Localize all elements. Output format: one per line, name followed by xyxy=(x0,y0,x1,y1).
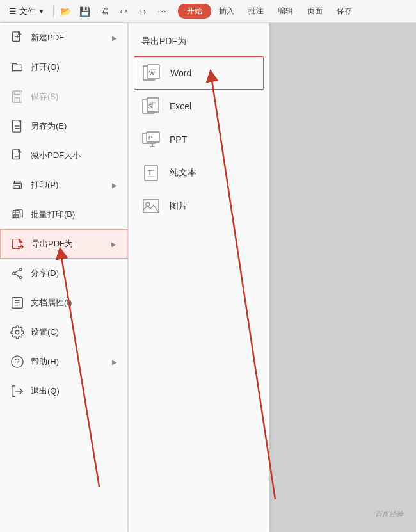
menu-icon: ☰ xyxy=(9,6,17,16)
tab-comment[interactable]: 批注 xyxy=(242,4,270,19)
menu-dropdown-icon: ▼ xyxy=(38,8,44,15)
svg-text:$: $ xyxy=(148,103,152,109)
save-as-label: 另存为(E) xyxy=(31,120,117,132)
file-menu: 新建PDF ▶ 打开(O) 保存(S) xyxy=(0,23,128,532)
print-label: 打印(P) xyxy=(31,179,106,191)
print-icon xyxy=(10,178,24,192)
ppt-label: PPT xyxy=(170,134,187,145)
export-arrow: ▶ xyxy=(111,241,116,248)
new-pdf-arrow: ▶ xyxy=(112,35,117,42)
menu-item-save-as[interactable]: 另存为(E) xyxy=(0,111,127,141)
submenu-item-ppt[interactable]: P PPT xyxy=(129,123,269,156)
svg-point-19 xyxy=(13,272,15,275)
share-label: 分享(D) xyxy=(31,268,117,279)
submenu-item-text[interactable]: T 纯文本 xyxy=(129,156,269,189)
tab-edit[interactable]: 编辑 xyxy=(271,4,300,19)
save-icon-btn[interactable]: 💾 xyxy=(77,3,93,20)
svg-rect-14 xyxy=(14,215,19,218)
print-icon-btn[interactable]: 🖨 xyxy=(96,3,113,20)
reduce-label: 减小PDF大小 xyxy=(31,150,117,161)
ppt-icon: P xyxy=(141,130,161,149)
word-icon: W xyxy=(142,63,161,83)
menu-item-save[interactable]: 保存(S) xyxy=(0,82,127,111)
tab-insert[interactable]: 插入 xyxy=(212,4,241,19)
export-icon xyxy=(11,237,25,251)
svg-point-20 xyxy=(20,277,22,279)
menu-item-export[interactable]: 导出PDF为 ▶ xyxy=(0,229,127,259)
svg-text:P: P xyxy=(148,134,152,141)
save-label: 保存(S) xyxy=(31,91,117,102)
menu-button[interactable]: ☰ 文件 ▼ xyxy=(4,4,49,19)
menu-item-open[interactable]: 打开(O) xyxy=(0,52,127,82)
svg-line-21 xyxy=(15,270,19,273)
content-area: 新建PDF ▶ 打开(O) 保存(S) xyxy=(0,23,416,532)
svg-point-28 xyxy=(12,356,23,367)
menu-label: 文件 xyxy=(19,6,36,17)
submenu-item-excel[interactable]: $ Excel xyxy=(129,90,269,123)
save-as-icon xyxy=(10,119,24,133)
open-icon xyxy=(10,60,24,74)
tab-save[interactable]: 保存 xyxy=(330,4,358,19)
submenu-title: 导出PDF为 xyxy=(129,29,269,56)
exit-icon xyxy=(10,384,24,398)
menu-item-properties[interactable]: 文档属性(I) xyxy=(0,288,127,318)
toolbar-tabs: 开始 插入 批注 编辑 页面 保存 xyxy=(178,4,358,19)
svg-text:W: W xyxy=(149,70,155,76)
excel-label: Excel xyxy=(170,101,191,111)
save-icon xyxy=(10,90,24,104)
new-pdf-label: 新建PDF xyxy=(31,32,106,44)
svg-rect-4 xyxy=(15,98,19,102)
submenu-item-word[interactable]: W Word xyxy=(134,56,264,90)
share-icon xyxy=(10,266,24,280)
settings-label: 设置(C) xyxy=(31,326,117,338)
batch-print-icon xyxy=(10,207,24,222)
menu-item-share[interactable]: 分享(D) xyxy=(0,259,127,288)
exit-label: 退出(Q) xyxy=(31,385,117,397)
redo-icon-btn[interactable]: ↪ xyxy=(134,3,151,20)
text-icon: T xyxy=(141,163,161,182)
open-file-icon-btn[interactable]: 📂 xyxy=(58,3,74,20)
watermark: 百度经验 xyxy=(375,510,403,519)
print-arrow: ▶ xyxy=(112,182,117,189)
toolbar-divider xyxy=(53,6,54,17)
word-label: Word xyxy=(170,68,191,78)
menu-item-reduce[interactable]: 减小PDF大小 xyxy=(0,141,127,170)
tab-start[interactable]: 开始 xyxy=(178,4,211,19)
open-label: 打开(O) xyxy=(31,61,117,73)
menu-item-new-pdf[interactable]: 新建PDF ▶ xyxy=(0,23,127,52)
batch-print-label: 批量打印(B) xyxy=(31,209,117,220)
settings-icon xyxy=(10,325,24,339)
submenu-panel: 导出PDF为 W Word $ xyxy=(128,23,269,532)
excel-icon: $ xyxy=(141,97,161,116)
help-label: 帮助(H) xyxy=(31,356,106,367)
menu-item-exit[interactable]: 退出(Q) xyxy=(0,376,127,406)
text-label: 纯文本 xyxy=(170,167,196,179)
reduce-icon xyxy=(10,149,24,163)
submenu-item-image[interactable]: 图片 xyxy=(129,189,269,223)
menu-item-print[interactable]: 打印(P) ▶ xyxy=(0,170,127,200)
svg-point-18 xyxy=(20,268,22,271)
svg-line-22 xyxy=(15,274,19,277)
more-icon-btn[interactable]: ⋯ xyxy=(154,3,170,20)
new-pdf-icon xyxy=(10,31,24,45)
image-icon xyxy=(141,197,161,216)
help-arrow: ▶ xyxy=(112,359,117,366)
svg-rect-50 xyxy=(143,200,159,213)
properties-icon xyxy=(10,296,24,310)
svg-rect-12 xyxy=(15,186,19,188)
help-icon xyxy=(10,355,24,369)
image-label: 图片 xyxy=(170,200,188,212)
tab-page[interactable]: 页面 xyxy=(301,4,329,19)
menu-item-batch-print[interactable]: 批量打印(B) xyxy=(0,200,127,229)
export-label: 导出PDF为 xyxy=(31,238,105,250)
toolbar: ☰ 文件 ▼ 📂 💾 🖨 ↩ ↪ ⋯ 开始 插入 批注 编辑 页面 保存 xyxy=(0,0,416,23)
properties-label: 文档属性(I) xyxy=(31,297,117,309)
svg-text:T: T xyxy=(148,170,152,177)
svg-point-27 xyxy=(15,330,19,334)
menu-item-help[interactable]: 帮助(H) ▶ xyxy=(0,347,127,376)
svg-rect-5 xyxy=(14,91,20,95)
undo-icon-btn[interactable]: ↩ xyxy=(115,3,132,20)
menu-item-settings[interactable]: 设置(C) xyxy=(0,318,127,347)
